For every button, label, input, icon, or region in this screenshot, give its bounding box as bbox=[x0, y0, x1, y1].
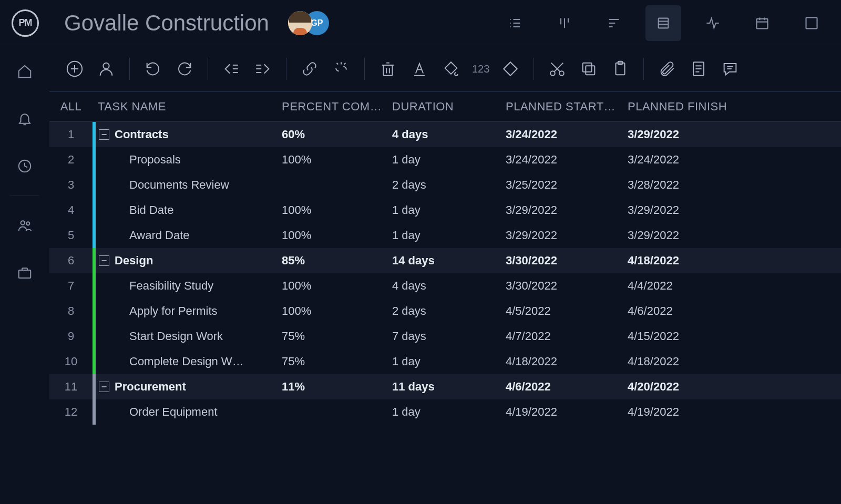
comments-icon[interactable] bbox=[720, 58, 741, 79]
planned-start-cell[interactable]: 4/18/2022 bbox=[506, 355, 628, 368]
task-name-cell[interactable]: −Contracts bbox=[96, 128, 282, 141]
delete-icon[interactable] bbox=[377, 58, 398, 79]
view-overview-icon[interactable] bbox=[794, 5, 829, 41]
redo-icon[interactable] bbox=[174, 58, 195, 79]
number-format-label[interactable]: 123 bbox=[472, 63, 489, 75]
view-sheet-icon[interactable] bbox=[645, 5, 681, 41]
view-activity-icon[interactable] bbox=[695, 5, 731, 41]
duration-cell[interactable]: 2 days bbox=[392, 304, 506, 318]
planned-finish-cell[interactable]: 3/24/2022 bbox=[628, 153, 841, 167]
planned-finish-cell[interactable]: 4/18/2022 bbox=[628, 254, 841, 268]
planned-finish-cell[interactable]: 4/15/2022 bbox=[628, 330, 841, 343]
table-row[interactable]: 8Apply for Permits100%2 days4/5/20224/6/… bbox=[49, 299, 841, 324]
view-calendar-icon[interactable] bbox=[744, 5, 780, 41]
planned-start-cell[interactable]: 3/24/2022 bbox=[506, 153, 628, 167]
link-icon[interactable] bbox=[299, 58, 320, 79]
assign-icon[interactable] bbox=[96, 58, 117, 79]
duration-cell[interactable]: 1 day bbox=[392, 405, 506, 419]
table-row[interactable]: 6−Design85%14 days3/30/20224/18/2022 bbox=[49, 248, 841, 273]
percent-complete-cell[interactable]: 75% bbox=[282, 355, 392, 368]
task-name-cell[interactable]: Documents Review bbox=[96, 178, 282, 192]
duration-cell[interactable]: 1 day bbox=[392, 355, 506, 368]
percent-complete-cell[interactable]: 85% bbox=[282, 254, 392, 268]
task-name-cell[interactable]: Bid Date bbox=[96, 203, 282, 217]
task-name-cell[interactable]: Apply for Permits bbox=[96, 304, 282, 318]
view-gantt-icon[interactable] bbox=[596, 5, 632, 41]
indent-icon[interactable] bbox=[252, 58, 273, 79]
duration-cell[interactable]: 1 day bbox=[392, 229, 506, 242]
paste-icon[interactable] bbox=[610, 58, 631, 79]
planned-start-cell[interactable]: 3/29/2022 bbox=[506, 203, 628, 217]
task-name-cell[interactable]: Award Date bbox=[96, 229, 282, 242]
duration-cell[interactable]: 2 days bbox=[392, 178, 506, 192]
planned-finish-cell[interactable]: 4/20/2022 bbox=[628, 380, 841, 394]
outdent-icon[interactable] bbox=[221, 58, 242, 79]
planned-start-cell[interactable]: 4/7/2022 bbox=[506, 330, 628, 343]
notes-icon[interactable] bbox=[688, 58, 709, 79]
user-avatar[interactable] bbox=[288, 11, 312, 35]
people-icon[interactable] bbox=[15, 216, 34, 235]
table-row[interactable]: 9Start Design Work75%7 days4/7/20224/15/… bbox=[49, 324, 841, 349]
planned-finish-cell[interactable]: 3/29/2022 bbox=[628, 128, 841, 141]
collapse-icon[interactable]: − bbox=[99, 382, 109, 392]
duration-cell[interactable]: 7 days bbox=[392, 330, 506, 343]
planned-finish-cell[interactable]: 3/29/2022 bbox=[628, 229, 841, 242]
percent-complete-cell[interactable]: 100% bbox=[282, 304, 392, 318]
percent-complete-cell[interactable]: 60% bbox=[282, 128, 392, 141]
unlink-icon[interactable] bbox=[331, 58, 352, 79]
planned-finish-cell[interactable]: 4/19/2022 bbox=[628, 405, 841, 419]
planned-start-cell[interactable]: 3/30/2022 bbox=[506, 279, 628, 293]
duration-cell[interactable]: 1 day bbox=[392, 153, 506, 167]
collapse-icon[interactable]: − bbox=[99, 255, 109, 266]
task-name-cell[interactable]: Complete Design W… bbox=[96, 355, 282, 368]
column-planned-start[interactable]: PLANNED START… bbox=[506, 100, 628, 114]
task-name-cell[interactable]: −Procurement bbox=[96, 380, 282, 394]
table-row[interactable]: 10Complete Design W…75%1 day4/18/20224/1… bbox=[49, 349, 841, 374]
percent-complete-cell[interactable]: 75% bbox=[282, 330, 392, 343]
planned-start-cell[interactable]: 4/5/2022 bbox=[506, 304, 628, 318]
column-duration[interactable]: DURATION bbox=[392, 100, 506, 114]
column-task-name[interactable]: TASK NAME bbox=[93, 100, 282, 114]
portfolio-icon[interactable] bbox=[15, 263, 34, 282]
fill-color-icon[interactable] bbox=[440, 58, 461, 79]
undo-icon[interactable] bbox=[142, 58, 163, 79]
planned-finish-cell[interactable]: 3/29/2022 bbox=[628, 203, 841, 217]
task-name-cell[interactable]: Feasibility Study bbox=[96, 279, 282, 293]
copy-icon[interactable] bbox=[578, 58, 599, 79]
duration-cell[interactable]: 4 days bbox=[392, 128, 506, 141]
view-board-icon[interactable] bbox=[547, 5, 582, 41]
task-name-cell[interactable]: −Design bbox=[96, 254, 282, 268]
planned-finish-cell[interactable]: 4/6/2022 bbox=[628, 304, 841, 318]
attachment-icon[interactable] bbox=[657, 58, 678, 79]
recent-icon[interactable] bbox=[15, 157, 34, 176]
table-row[interactable]: 2Proposals100%1 day3/24/20223/24/2022 bbox=[49, 147, 841, 172]
milestone-icon[interactable] bbox=[500, 58, 521, 79]
duration-cell[interactable]: 4 days bbox=[392, 279, 506, 293]
home-icon[interactable] bbox=[15, 62, 34, 81]
percent-complete-cell[interactable]: 100% bbox=[282, 229, 392, 242]
table-row[interactable]: 12Order Equipment1 day4/19/20224/19/2022 bbox=[49, 399, 841, 425]
planned-start-cell[interactable]: 3/24/2022 bbox=[506, 128, 628, 141]
table-row[interactable]: 7Feasibility Study100%4 days3/30/20224/4… bbox=[49, 273, 841, 299]
planned-start-cell[interactable]: 4/19/2022 bbox=[506, 405, 628, 419]
duration-cell[interactable]: 1 day bbox=[392, 203, 506, 217]
percent-complete-cell[interactable]: 100% bbox=[282, 279, 392, 293]
percent-complete-cell[interactable]: 100% bbox=[282, 153, 392, 167]
add-icon[interactable] bbox=[64, 58, 85, 79]
table-row[interactable]: 5Award Date100%1 day3/29/20223/29/2022 bbox=[49, 223, 841, 248]
table-row[interactable]: 1−Contracts60%4 days3/24/20223/29/2022 bbox=[49, 122, 841, 147]
app-logo[interactable]: PM bbox=[12, 9, 39, 37]
duration-cell[interactable]: 14 days bbox=[392, 254, 506, 268]
cut-icon[interactable] bbox=[547, 58, 568, 79]
table-row[interactable]: 4Bid Date100%1 day3/29/20223/29/2022 bbox=[49, 198, 841, 223]
task-name-cell[interactable]: Proposals bbox=[96, 153, 282, 167]
avatar-stack[interactable]: GP bbox=[288, 11, 329, 35]
task-name-cell[interactable]: Order Equipment bbox=[96, 405, 282, 419]
view-list-icon[interactable] bbox=[497, 5, 533, 41]
planned-finish-cell[interactable]: 4/18/2022 bbox=[628, 355, 841, 368]
text-color-icon[interactable] bbox=[409, 58, 430, 79]
column-planned-finish[interactable]: PLANNED FINISH bbox=[628, 100, 841, 114]
planned-start-cell[interactable]: 3/29/2022 bbox=[506, 229, 628, 242]
task-name-cell[interactable]: Start Design Work bbox=[96, 330, 282, 343]
collapse-icon[interactable]: − bbox=[99, 129, 109, 140]
